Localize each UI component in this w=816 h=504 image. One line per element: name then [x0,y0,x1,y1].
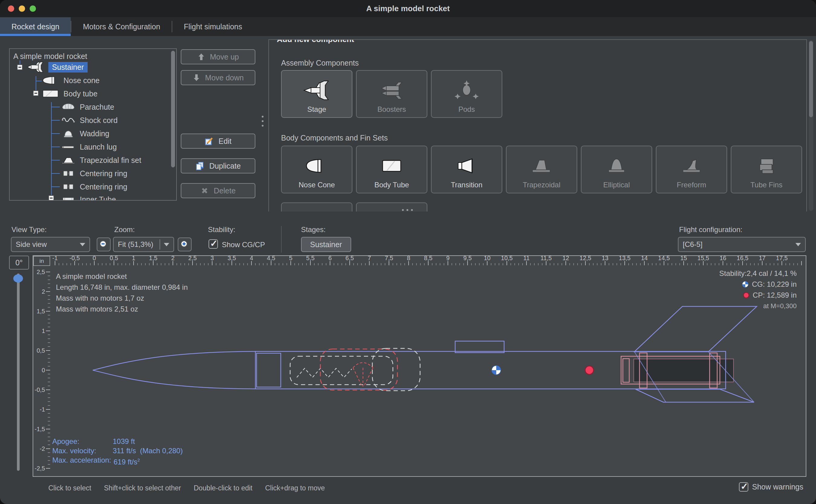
svg-text:0,5: 0,5 [110,256,118,261]
zoom-in-button[interactable] [178,237,192,251]
move-up-button[interactable]: Move up [181,49,255,64]
tree-item-inner-tube[interactable]: Inner Tube [61,193,116,201]
tree-item-sustainer[interactable]: Sustainer [27,61,88,73]
panel-splitter-handle[interactable] [262,116,264,127]
tree-item-centering-ring-1[interactable]: Centering ring [61,167,127,179]
fin-bottom[interactable] [636,389,754,402]
rocket-canvas[interactable]: in -1-0,500,511,522,533,544,555,566,577,… [33,255,806,477]
expand-toggle-icon[interactable] [33,90,39,96]
view-type-select[interactable]: Side view [11,237,90,252]
tree-item-body-tube[interactable]: Body tube [42,88,98,100]
tab-motors-configuration[interactable]: Motors & Configuration [71,17,172,36]
svg-text:4,5: 4,5 [267,256,275,261]
shock-cord-zigzag[interactable] [297,368,352,377]
close-window-button[interactable] [8,5,14,12]
stage-icon [302,80,331,100]
add-transition-button[interactable]: Transition [431,146,502,193]
motor-c6-5[interactable] [634,359,733,382]
wadding-outline[interactable] [372,348,420,391]
svg-text:8: 8 [407,256,410,261]
add-pods-button[interactable]: Pods [431,70,502,118]
rotation-slider-thumb[interactable] [13,274,23,283]
centering-ring-icon [61,182,76,191]
show-warnings-checkbox[interactable]: ✓ [739,482,748,492]
cg-value: CG: 10,229 in [752,279,797,290]
body-tube-outline[interactable] [93,351,726,389]
tree-scrollbar[interactable] [171,51,175,167]
stability-text: Stability:2,4 cal / 14,1 % [719,268,797,279]
flight-configuration-label: Flight configuration: [679,225,742,234]
tree-item-shock-cord[interactable]: Shock cord [61,114,118,126]
nose-shoulder-outline[interactable] [257,353,281,387]
add-nose-cone-button[interactable]: Nose Cone [281,146,352,193]
stability-info: Stability:2,4 cal / 14,1 % CG: 10,229 in… [719,268,797,312]
parachute-outline[interactable] [320,349,397,390]
move-down-button[interactable]: Move down [181,70,255,85]
svg-text:5: 5 [289,256,292,261]
edit-button[interactable]: Edit [181,134,255,149]
show-cgcp-checkbox[interactable]: ✓ [209,239,218,249]
add-body-tube-button[interactable]: Body Tube [356,146,427,193]
add-tube-fins-button[interactable]: Tube Fins [731,146,802,193]
tab-flight-simulations[interactable]: Flight simulations [172,17,254,36]
svg-text:17,5: 17,5 [776,256,788,261]
add-freeform-fin-button[interactable]: Freeform [656,146,727,193]
rocket-info: A simple model rocket Length 16,748 in, … [56,271,188,315]
nose-cone-icon [42,76,59,85]
add-stage-button[interactable]: Stage [281,70,352,118]
zoom-select[interactable]: Fit (51,3%) [113,237,174,252]
zoom-label: Zoom: [114,225,135,234]
rotation-slider-track[interactable] [17,273,20,471]
add-trapezoidal-fin-button[interactable]: Trapezoidal [506,146,577,193]
body-tube-icon [42,89,59,98]
svg-text:17: 17 [759,256,766,261]
add-component-button-partial[interactable] [356,202,427,212]
section-assembly-components: Assembly Components [281,59,359,67]
delete-button[interactable]: Delete [181,183,255,198]
window-title: A simple model rocket [366,4,450,13]
titlebar: A simple model rocket [0,0,816,17]
expand-toggle-icon[interactable] [48,195,54,201]
tree-item-nose-cone[interactable]: Nose cone [42,74,100,86]
boosters-icon [377,80,406,100]
check-icon: ✓ [740,481,748,492]
tree-item-trapezoidal-fin-set[interactable]: Trapezoidal fin set [61,154,141,166]
minimize-window-button[interactable] [19,5,25,12]
tree-item-centering-ring-2[interactable]: Centering ring [61,181,127,193]
zoom-out-button[interactable] [97,237,111,251]
tree-guide [51,173,60,174]
body-tube-tile-icon [377,157,406,175]
horizontal-ruler: -1-0,500,511,522,533,544,555,566,577,588… [52,256,801,265]
add-panel-scrollbar[interactable] [809,40,813,211]
add-component-button-partial[interactable] [281,202,352,212]
engine-block-outline[interactable] [623,359,629,382]
flight-configuration-select[interactable]: [C6-5] [678,237,806,252]
scrollbar-thumb[interactable] [809,41,813,117]
svg-text:5,5: 5,5 [306,256,315,261]
show-cgcp-label: Show CG/CP [222,241,265,249]
stage-sustainer-toggle[interactable]: Sustainer [301,237,351,252]
view-toolbar: View Type: Side view Zoom: Fit (51,3%) [0,224,816,255]
svg-text:-0,5: -0,5 [70,256,80,261]
add-boosters-button[interactable]: Boosters [356,70,427,118]
shock-cord-outline[interactable] [290,356,393,385]
svg-text:-2: -2 [40,445,45,452]
tree-item-parachute[interactable]: Parachute [61,101,114,113]
expand-toggle-icon[interactable] [17,64,23,70]
fin-top[interactable] [634,306,757,352]
duplicate-button[interactable]: Duplicate [181,158,255,173]
horizontal-splitter-handle[interactable] [402,209,413,211]
svg-text:1,5: 1,5 [149,256,157,261]
rocket-stage-icon [27,62,44,73]
tree-guide [51,120,60,121]
tree-item-launch-lug[interactable]: Launch lug [61,141,117,153]
launch-lug-outline[interactable] [455,341,504,353]
tree-guide [51,147,60,147]
add-elliptical-fin-button[interactable]: Elliptical [581,146,652,193]
ruler-unit-label: in [33,256,50,266]
zoom-window-button[interactable] [30,5,36,12]
tab-rocket-design[interactable]: Rocket design [0,17,71,36]
wadding-icon [61,129,76,138]
tree-item-wadding[interactable]: Wadding [61,128,109,140]
tree-item-root[interactable]: A simple model rocket [13,50,87,62]
